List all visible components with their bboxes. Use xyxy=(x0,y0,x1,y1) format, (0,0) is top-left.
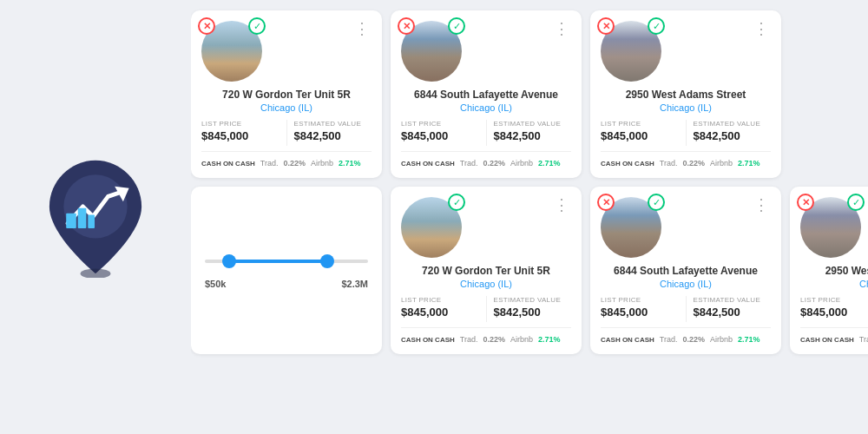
property-location[interactable]: Chicago (IL) xyxy=(201,102,372,113)
price-row: LIST PRICE $845,000 ESTIMATED VALUE $842… xyxy=(401,120,571,152)
more-options-button[interactable]: ⋮ xyxy=(552,197,571,213)
slider-min-label: $50k xyxy=(205,279,226,289)
airbnb-value: 2.71% xyxy=(738,335,760,344)
price-row: LIST PRICE $845,000 ESTIMATED VALUE $842… xyxy=(201,120,372,152)
airbnb-label: Airbnb xyxy=(710,335,733,344)
estimated-value-col: ESTIMATED VALUE $842,500 xyxy=(694,296,772,322)
x-badge[interactable]: ✕ xyxy=(398,17,415,35)
property-title: 6844 South Lafayette Avenue xyxy=(601,265,771,277)
airbnb-value: 2.71% xyxy=(538,159,561,168)
logo-icon xyxy=(39,156,152,278)
trad-label: Trad. xyxy=(859,335,868,344)
list-price-col: LIST PRICE $845,000 xyxy=(401,296,479,322)
trad-value: 0.22% xyxy=(682,159,705,168)
list-price-label: LIST PRICE xyxy=(601,120,679,128)
list-price-value: $845,000 xyxy=(800,306,868,319)
property-title: 2950 West Adams Street xyxy=(601,89,771,101)
estimated-value-col: ESTIMATED VALUE $842,500 xyxy=(494,120,572,146)
estimated-value-label: ESTIMATED VALUE xyxy=(494,120,572,128)
list-price-col: LIST PRICE $845,000 xyxy=(401,120,479,146)
more-options-button[interactable]: ⋮ xyxy=(752,21,771,36)
estimated-value-col: ESTIMATED VALUE $842,500 xyxy=(694,120,772,146)
slider-max-label: $2.3M xyxy=(341,279,368,289)
airbnb-label: Airbnb xyxy=(510,335,533,344)
slider-container[interactable] xyxy=(205,253,368,270)
price-divider xyxy=(686,296,687,322)
cash-on-cash-row: CASH ON CASH Trad. 0.22% Airbnb 2.71% xyxy=(800,335,868,344)
cash-on-cash-row: CASH ON CASH Trad. 0.22% Airbnb 2.71% xyxy=(601,159,771,168)
list-price-label: LIST PRICE xyxy=(401,120,479,128)
check-badge[interactable]: ✓ xyxy=(248,17,266,35)
property-location[interactable]: Chicago (IL) xyxy=(401,279,571,289)
check-badge[interactable]: ✓ xyxy=(648,194,665,211)
estimated-value-col: ESTIMATED VALUE $842,500 xyxy=(494,296,572,322)
trad-label: Trad. xyxy=(460,159,478,168)
property-title: 720 W Gordon Ter Unit 5R xyxy=(201,89,372,101)
property-title: 2950 West Adams Street xyxy=(800,265,868,277)
svg-point-5 xyxy=(81,268,111,278)
cash-on-cash-label: CASH ON CASH xyxy=(201,160,255,168)
price-divider xyxy=(486,296,487,322)
list-price-value: $845,000 xyxy=(201,129,279,142)
card-image-wrap: ✕ ✓ xyxy=(201,21,262,82)
property-location[interactable]: Chicago (IL) xyxy=(401,102,571,113)
list-price-col: LIST PRICE $845,000 xyxy=(601,120,679,146)
property-location[interactable]: Chicago (IL) xyxy=(800,279,868,289)
slider-labels: $50k $2.3M xyxy=(205,279,368,289)
trad-value: 0.22% xyxy=(283,159,306,168)
list-price-col: LIST PRICE $845,000 xyxy=(800,296,868,322)
cash-on-cash-label: CASH ON CASH xyxy=(601,336,654,344)
cash-on-cash-row: CASH ON CASH Trad. 0.22% Airbnb 2.71% xyxy=(401,335,571,344)
cards-row-1: ✕ ✓ ⋮ 720 W Gordon Ter Unit 5R Chicago (… xyxy=(191,10,868,178)
property-location[interactable]: Chicago (IL) xyxy=(601,279,771,289)
list-price-col: LIST PRICE $845,000 xyxy=(601,296,679,322)
property-card-2-2: ✓ ⋮ 720 W Gordon Ter Unit 5R Chicago (IL… xyxy=(391,187,582,354)
estimated-value-label: ESTIMATED VALUE xyxy=(294,120,372,128)
property-location[interactable]: Chicago (IL) xyxy=(601,102,771,113)
airbnb-value: 2.71% xyxy=(738,159,760,168)
airbnb-label: Airbnb xyxy=(510,159,533,168)
check-badge[interactable]: ✓ xyxy=(448,194,465,211)
list-price-label: LIST PRICE xyxy=(401,296,479,304)
list-price-value: $845,000 xyxy=(601,129,679,142)
more-options-button[interactable]: ⋮ xyxy=(552,21,571,36)
property-title: 720 W Gordon Ter Unit 5R xyxy=(401,265,571,277)
check-badge[interactable]: ✓ xyxy=(847,194,865,211)
slider-thumb-right[interactable] xyxy=(320,254,334,268)
right-panel: ✕ ✓ ⋮ 720 W Gordon Ter Unit 5R Chicago (… xyxy=(191,0,868,434)
slider-thumb-left[interactable] xyxy=(222,254,236,268)
property-card-2-4: ✕ ✓ ⋮ 2950 West Adams Street Chicago (IL… xyxy=(790,187,868,354)
estimated-value: $842,500 xyxy=(294,129,372,142)
svg-rect-3 xyxy=(78,208,87,228)
airbnb-value: 2.71% xyxy=(339,159,361,168)
price-range-slider-card[interactable]: $50k $2.3M xyxy=(191,187,382,354)
trad-value: 0.22% xyxy=(483,335,505,344)
price-row: LIST PRICE $845,000 ESTIMATED VALUE $842… xyxy=(601,296,771,328)
x-badge[interactable]: ✕ xyxy=(198,17,215,35)
price-row: LIST PRICE $845,000 ESTIMATED VALUE $842… xyxy=(401,296,571,328)
svg-rect-4 xyxy=(88,215,95,228)
price-divider xyxy=(286,120,287,146)
more-options-button[interactable]: ⋮ xyxy=(752,197,771,213)
property-card-2-3: ✕ ✓ ⋮ 6844 South Lafayette Avenue Chicag… xyxy=(590,187,781,354)
trad-label: Trad. xyxy=(260,159,279,168)
trad-label: Trad. xyxy=(660,335,678,344)
list-price-col: LIST PRICE $845,000 xyxy=(201,120,279,146)
x-badge[interactable]: ✕ xyxy=(797,194,814,211)
check-badge[interactable]: ✓ xyxy=(448,17,465,35)
estimated-value: $842,500 xyxy=(494,306,572,319)
card-image-wrap: ✓ xyxy=(401,197,462,258)
check-badge[interactable]: ✓ xyxy=(648,17,665,35)
left-panel xyxy=(0,0,191,434)
estimated-value-label: ESTIMATED VALUE xyxy=(494,296,572,304)
trad-label: Trad. xyxy=(660,159,678,168)
card-image-wrap: ✕ ✓ xyxy=(601,21,661,82)
more-options-button[interactable]: ⋮ xyxy=(352,21,372,36)
svg-point-0 xyxy=(63,174,127,238)
x-badge[interactable]: ✕ xyxy=(597,194,615,211)
price-divider xyxy=(486,120,487,146)
x-badge[interactable]: ✕ xyxy=(597,17,615,35)
list-price-label: LIST PRICE xyxy=(201,120,279,128)
airbnb-value: 2.71% xyxy=(538,335,561,344)
svg-rect-2 xyxy=(66,214,76,228)
